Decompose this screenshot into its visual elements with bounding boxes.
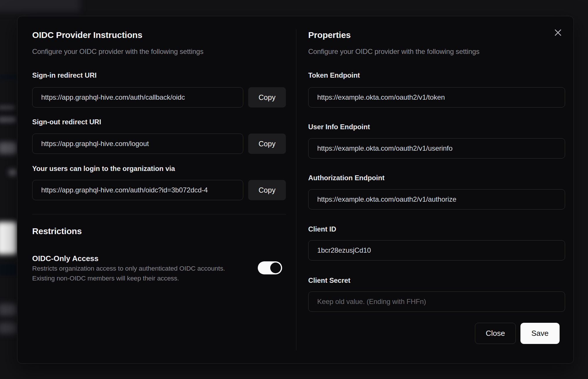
sign-in-redirect-uri-input[interactable] xyxy=(32,87,243,107)
x-icon xyxy=(554,29,562,37)
field-label-sign-out-redirect-uri: Sign-out redirect URI xyxy=(32,118,101,126)
organization-login-url-input[interactable] xyxy=(32,180,243,200)
oidc-only-access-description: Restricts organization access to only au… xyxy=(32,265,225,272)
field-label-client-id: Client ID xyxy=(308,225,336,233)
toggle-knob xyxy=(270,263,281,273)
copy-button[interactable]: Copy xyxy=(248,134,286,154)
background-blur-element xyxy=(0,116,16,123)
copy-button[interactable]: Copy xyxy=(248,87,286,107)
background-blur-element xyxy=(0,304,17,316)
sign-out-redirect-uri-row: Copy xyxy=(32,134,286,154)
background-blur-element xyxy=(0,142,17,154)
instructions-subtitle: Configure your OIDC provider with the fo… xyxy=(32,48,204,56)
properties-subtitle: Configure your OIDC provider with the fo… xyxy=(308,48,480,56)
oidc-only-access-description: Existing non-OIDC members will keep thei… xyxy=(32,275,179,282)
background-blur-element xyxy=(0,105,15,110)
dialog-footer-buttons: Close Save xyxy=(475,323,560,344)
organization-login-url-row: Copy xyxy=(32,180,286,200)
sign-out-redirect-uri-input[interactable] xyxy=(32,134,243,154)
background-blur-element xyxy=(0,322,17,334)
background-blur-element xyxy=(0,0,80,12)
column-divider xyxy=(296,29,296,350)
oidc-only-access-label: OIDC-Only Access xyxy=(32,254,99,263)
background-blur-element xyxy=(0,222,17,254)
background-blur-element xyxy=(0,75,17,79)
properties-title: Properties xyxy=(308,30,351,40)
oidc-only-access-toggle[interactable] xyxy=(258,261,282,274)
token-endpoint-input[interactable] xyxy=(308,87,565,107)
save-button[interactable]: Save xyxy=(520,323,560,344)
field-label-token-endpoint: Token Endpoint xyxy=(308,71,360,79)
copy-button[interactable]: Copy xyxy=(248,180,286,200)
field-label-authorization-endpoint: Authorization Endpoint xyxy=(308,174,384,182)
oidc-settings-dialog: OIDC Provider Instructions Configure you… xyxy=(17,16,574,364)
instructions-title: OIDC Provider Instructions xyxy=(32,30,142,40)
background-blur-element xyxy=(0,264,17,275)
restrictions-title: Restrictions xyxy=(32,226,82,236)
close-button[interactable]: Close xyxy=(475,323,516,344)
field-label-client-secret: Client Secret xyxy=(308,276,350,285)
client-id-input[interactable] xyxy=(308,240,565,260)
user-info-endpoint-input[interactable] xyxy=(308,138,565,158)
section-divider xyxy=(32,214,286,214)
close-icon[interactable] xyxy=(553,27,563,38)
sign-in-redirect-uri-row: Copy xyxy=(32,87,286,107)
field-label-sign-in-redirect-uri: Sign-in redirect URI xyxy=(32,71,97,79)
client-secret-input[interactable] xyxy=(308,291,565,312)
field-label-user-info-endpoint: User Info Endpoint xyxy=(308,123,370,131)
authorization-endpoint-input[interactable] xyxy=(308,189,565,209)
background-blur-element xyxy=(9,169,17,176)
field-label-login-url: Your users can login to the organization… xyxy=(32,165,175,173)
